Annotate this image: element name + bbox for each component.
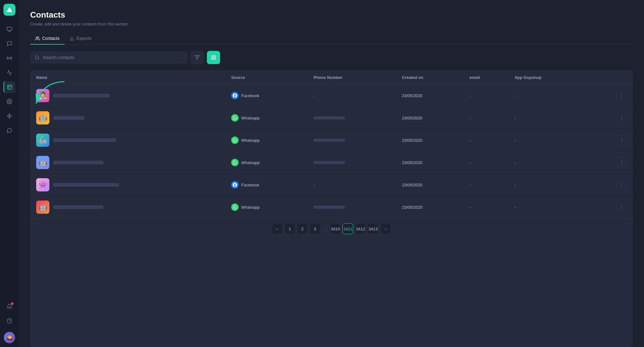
contact-action-cell: ⋮ — [588, 107, 632, 129]
page-subtitle: Create, edit and delete your contacts fr… — [30, 22, 633, 26]
phone-blur — [314, 206, 345, 209]
source-label: Facebook — [241, 183, 259, 187]
sidebar-item-lightning[interactable] — [3, 110, 15, 122]
contact-app-cell: - — [509, 129, 588, 151]
user-avatar[interactable]: 🌄 — [4, 332, 15, 343]
sidebar-item-bell[interactable] — [3, 300, 15, 312]
contact-action-cell: ⋮ — [588, 151, 632, 174]
pagination-page-3413[interactable]: 3413 — [368, 223, 378, 234]
contact-phone-cell — [308, 151, 396, 174]
pagination-page-3411[interactable]: 3411 — [342, 223, 353, 234]
contact-avatar: 🧑‍🎨 — [36, 89, 49, 102]
sidebar-item-settings[interactable] — [3, 96, 15, 107]
contact-name-cell: 🧑‍🎨 — [31, 85, 225, 107]
col-name: Name — [31, 71, 225, 85]
contact-phone-cell — [308, 107, 396, 129]
contacts-table-container: Name Source Phone Number Created on emai… — [30, 70, 633, 347]
contact-created-cell: 23/05/2020 — [396, 196, 464, 218]
svg-point-14 — [36, 56, 39, 59]
contact-name-cell: 🤖 — [31, 107, 225, 129]
tab-contacts[interactable]: Contacts — [30, 33, 64, 45]
contact-created-cell: 23/05/2020 — [396, 85, 464, 107]
svg-marker-9 — [7, 114, 12, 118]
contact-name-blur — [53, 205, 103, 209]
contact-name-cell: 🤖 — [31, 196, 225, 218]
contact-action-button[interactable]: ⋮ — [617, 180, 627, 190]
sidebar: 🌄 — [0, 0, 19, 347]
col-source: Source — [225, 71, 308, 85]
contact-created-cell: 23/05/2020 — [396, 129, 464, 151]
contact-avatar: 🤖 — [36, 156, 49, 169]
contact-app-cell: - — [509, 196, 588, 218]
pagination-page-3410[interactable]: 3410 — [330, 223, 341, 234]
svg-marker-16 — [195, 56, 199, 59]
search-input[interactable] — [43, 52, 183, 63]
contact-app-cell: - — [509, 107, 588, 129]
contact-name-cell: 🦾 — [31, 129, 225, 151]
sidebar-item-contacts[interactable] — [3, 81, 15, 93]
pagination-next[interactable]: → — [380, 223, 391, 234]
contact-email-cell: - — [464, 85, 509, 107]
tab-exports[interactable]: Exports — [64, 33, 96, 45]
contact-avatar: 🦾 — [36, 134, 49, 147]
pagination-page-3412[interactable]: 3412 — [355, 223, 366, 234]
contact-action-button[interactable]: ⋮ — [617, 135, 627, 145]
filter-button[interactable] — [191, 51, 204, 64]
page-header: Contacts Create, edit and delete your co… — [30, 10, 633, 26]
contact-action-button[interactable]: ⋮ — [617, 202, 627, 212]
grid-icon — [211, 55, 216, 60]
source-label: Facebook — [241, 93, 259, 98]
grid-view-button[interactable] — [207, 51, 220, 64]
svg-point-12 — [36, 36, 38, 38]
contact-source-cell: Whatsapp — [225, 151, 308, 174]
contact-action-button[interactable]: ⋮ — [617, 113, 627, 123]
pagination-prev[interactable]: ← — [272, 223, 283, 234]
svg-rect-18 — [214, 56, 215, 57]
app-logo[interactable] — [3, 4, 15, 16]
source-label: Whatsapp — [241, 160, 260, 165]
search-box[interactable] — [30, 52, 187, 63]
contacts-table: Name Source Phone Number Created on emai… — [31, 71, 632, 218]
filter-icon — [195, 55, 200, 60]
contact-email-cell: - — [464, 151, 509, 174]
col-created: Created on — [396, 71, 464, 85]
contact-source-cell: Whatsapp — [225, 129, 308, 151]
pagination-page-1[interactable]: 1 — [285, 223, 295, 234]
table-header-row: Name Source Phone Number Created on emai… — [31, 71, 632, 85]
contact-name-cell: 🤖 — [31, 151, 225, 174]
svg-rect-1 — [7, 27, 12, 30]
source-icon-whatsapp — [231, 136, 239, 144]
search-icon — [35, 55, 40, 60]
contact-action-cell: ⋮ — [588, 196, 632, 218]
col-email: email — [464, 71, 509, 85]
table-row: 🧑‍🎨 Facebook -23/05/2020-- ⋮ — [31, 85, 632, 107]
sidebar-item-chat[interactable] — [3, 38, 15, 50]
contact-action-cell: ⋮ — [588, 85, 632, 107]
contact-action-button[interactable]: ⋮ — [617, 157, 627, 168]
pagination-page-2[interactable]: 2 — [297, 223, 308, 234]
source-label: Whatsapp — [241, 205, 260, 210]
phone-blur — [314, 139, 345, 142]
table-row: 🤖 Whatsapp 23/05/2020-- ⋮ — [31, 151, 632, 174]
sidebar-item-monitor[interactable] — [3, 23, 15, 35]
source-label: Whatsapp — [241, 138, 260, 143]
contact-name-blur — [53, 94, 110, 97]
svg-rect-20 — [212, 58, 213, 59]
contact-action-cell: ⋮ — [588, 129, 632, 151]
table-row: 🤖 Whatsapp 23/05/2020-- ⋮ — [31, 107, 632, 129]
contact-action-button[interactable]: ⋮ — [617, 91, 627, 101]
sidebar-item-help[interactable] — [3, 315, 15, 327]
contact-phone-cell: - — [308, 174, 396, 196]
svg-marker-0 — [7, 7, 12, 12]
table-row: 👾 Facebook -23/05/2020-- ⋮ — [31, 174, 632, 196]
sidebar-item-analytics[interactable] — [3, 67, 15, 79]
source-icon-facebook — [231, 181, 239, 189]
sidebar-item-whatsapp[interactable] — [3, 124, 15, 136]
sidebar-item-broadcast[interactable] — [3, 52, 15, 64]
main-content: Contacts Create, edit and delete your co… — [19, 0, 644, 347]
contact-phone-cell — [308, 196, 396, 218]
toolbar — [30, 51, 633, 64]
pagination-page-3[interactable]: 3 — [310, 223, 320, 234]
contact-avatar: 🤖 — [36, 201, 49, 214]
svg-rect-19 — [214, 58, 215, 59]
